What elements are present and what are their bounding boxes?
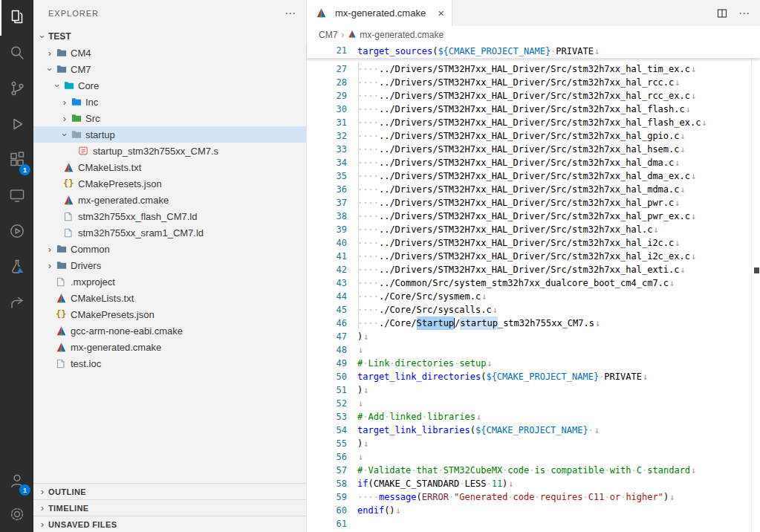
- tree-item-inc[interactable]: ›Inc: [33, 94, 306, 110]
- activity-accounts-button[interactable]: 1: [0, 465, 33, 499]
- activity-extensions-button[interactable]: 1: [0, 143, 33, 178]
- breadcrumb-item-mx-generated-cmake[interactable]: mx-generated.cmake: [348, 30, 444, 41]
- code-line-56[interactable]: 56↓: [307, 450, 760, 464]
- chevron-icon[interactable]: ›: [44, 48, 56, 59]
- tree-item-core[interactable]: ›Core: [33, 77, 306, 94]
- tree-item-mx-generated-cmake[interactable]: mx-generated.cmake: [33, 192, 306, 208]
- activity-explorer-button[interactable]: [0, 0, 33, 36]
- tree-item-cmakepresets-json[interactable]: {}CMakePresets.json: [33, 175, 306, 192]
- code-line-42[interactable]: 42····../Drivers/STM32H7xx_HAL_Driver/Sr…: [307, 263, 760, 276]
- code-line-37[interactable]: 37····../Drivers/STM32H7xx_HAL_Driver/Sr…: [307, 196, 760, 210]
- code-line-44[interactable]: 44····./Core/Src/sysmem.c↓: [307, 290, 760, 303]
- explorer-more-actions-button[interactable]: ⋯: [285, 7, 296, 19]
- chevron-icon[interactable]: ›: [59, 97, 71, 108]
- tree-item-cmakepresets-json[interactable]: {}CMakePresets.json: [33, 306, 306, 322]
- tree-item-stm32h755xx-sram1-cm7-ld[interactable]: stm32h755xx_sram1_CM7.ld: [33, 224, 306, 241]
- chevron-icon[interactable]: ›: [37, 30, 48, 42]
- code-line-38[interactable]: 38····../Drivers/STM32H7xx_HAL_Driver/Sr…: [307, 210, 760, 223]
- chevron-icon[interactable]: ›: [44, 244, 56, 255]
- code-token: ····../Drivers/STM32H7xx_HAL_Driver/Src/…: [357, 250, 690, 263]
- code-line-text: #·Link·directories·setup↓: [347, 357, 493, 370]
- tree-item-gcc-arm-none-eabi-cmake[interactable]: gcc-arm-none-eabi.cmake: [33, 322, 306, 339]
- code-line-29[interactable]: 29····../Drivers/STM32H7xx_HAL_Driver/Sr…: [307, 89, 760, 103]
- code-line-30[interactable]: 30····../Drivers/STM32H7xx_HAL_Driver/Sr…: [307, 103, 760, 116]
- code-line-60[interactable]: 60endif()↓: [307, 504, 760, 517]
- section-unsaved-files[interactable]: ›UNSAVED FILES: [33, 516, 306, 532]
- code-line-text: ····message(ERROR·"Generated·code·requir…: [347, 490, 675, 504]
- code-line-57[interactable]: 57#·Validate·that·STM32CubeMX·code·is·co…: [307, 464, 760, 477]
- tree-item-stm32h755xx-flash-cm7-ld[interactable]: stm32h755xx_flash_CM7.ld: [33, 208, 306, 224]
- section-outline[interactable]: ›OUTLINE: [33, 483, 306, 499]
- tree-item-test[interactable]: ›TEST: [33, 28, 306, 45]
- code-line-28[interactable]: 28····../Drivers/STM32H7xx_HAL_Driver/Sr…: [307, 76, 760, 89]
- activity-search-button[interactable]: [0, 36, 33, 71]
- code-line-36[interactable]: 36····../Drivers/STM32H7xx_HAL_Driver/Sr…: [307, 183, 760, 196]
- eol-mark: ↓: [674, 76, 680, 89]
- tree-item-cm4[interactable]: ›CM4: [33, 45, 306, 61]
- chevron-icon[interactable]: ›: [44, 260, 56, 271]
- code-line-34[interactable]: 34····../Drivers/STM32H7xx_HAL_Driver/Sr…: [307, 156, 760, 169]
- eol-mark: ↓: [680, 129, 686, 143]
- code-line-43[interactable]: 43····../Common/Src/system_stm32h7xx_dua…: [307, 276, 760, 290]
- tree-item-src[interactable]: ›Src: [33, 110, 306, 126]
- code-line-49[interactable]: 49#·Link·directories·setup↓: [307, 357, 760, 370]
- breadcrumb-item-cm7[interactable]: CM7: [319, 30, 337, 40]
- activity-source-control-button[interactable]: [0, 71, 33, 107]
- code-line-55[interactable]: 55)↓: [307, 437, 760, 450]
- tree-item-startup-stm32h755xx-cm7-s[interactable]: startup_stm32h755xx_CM7.s: [33, 143, 306, 159]
- code-line-33[interactable]: 33····../Drivers/STM32H7xx_HAL_Driver/Sr…: [307, 143, 760, 156]
- line-number: 58: [307, 477, 347, 490]
- split-editor-icon[interactable]: [716, 7, 728, 19]
- tree-item-cm7[interactable]: ›CM7: [33, 61, 306, 77]
- sticky-scroll-line[interactable]: 21target_sources(${CMAKE_PROJECT_NAME}·P…: [307, 44, 760, 58]
- editor-more-actions-icon[interactable]: ⋯: [738, 7, 750, 19]
- section-timeline[interactable]: ›TIMELINE: [33, 499, 306, 516]
- code-line-58[interactable]: 58if(CMAKE_C_STANDARD·LESS·11)↓: [307, 477, 760, 490]
- code-line-47[interactable]: 47)↓: [307, 330, 760, 343]
- code-line-52[interactable]: 52↓: [307, 397, 760, 410]
- chevron-icon[interactable]: ›: [59, 129, 71, 140]
- activity-share-button[interactable]: [0, 285, 33, 321]
- code-line-text: target_sources(${CMAKE_PROJECT_NAME}·PRI…: [347, 44, 600, 58]
- code-line-51[interactable]: 51)↓: [307, 383, 760, 397]
- code-line-31[interactable]: 31····../Drivers/STM32H7xx_HAL_Driver/Sr…: [307, 116, 760, 129]
- tree-item-drivers[interactable]: ›Drivers: [33, 257, 306, 273]
- activity-run-circle-button[interactable]: [0, 214, 33, 250]
- scrollbar-track[interactable]: [751, 44, 752, 532]
- code-line-41[interactable]: 41····../Drivers/STM32H7xx_HAL_Driver/Sr…: [307, 250, 760, 263]
- code-line-50[interactable]: 50target_link_directories(${CMAKE_PROJEC…: [307, 370, 760, 383]
- close-icon[interactable]: ×: [438, 7, 444, 19]
- tree-item-test-ioc[interactable]: test.ioc: [33, 355, 306, 372]
- code-line-54[interactable]: 54target_link_libraries(${CMAKE_PROJECT_…: [307, 424, 760, 437]
- code-line-text: ····../Common/Src/system_stm32h7xx_dualc…: [347, 276, 675, 290]
- activity-testing-button[interactable]: [0, 250, 33, 285]
- tree-item-mx-generated-cmake[interactable]: mx-generated.cmake: [33, 339, 306, 355]
- line-number: 21: [307, 44, 347, 58]
- tree-item-cmakelists-txt[interactable]: CMakeLists.txt: [33, 290, 306, 306]
- code-line-59[interactable]: 59····message(ERROR·"Generated·code·requ…: [307, 490, 760, 504]
- activity-remote-explorer-button[interactable]: [0, 178, 33, 214]
- code-line-40[interactable]: 40····../Drivers/STM32H7xx_HAL_Driver/Sr…: [307, 236, 760, 250]
- code-line-39[interactable]: 39····../Drivers/STM32H7xx_HAL_Driver/Sr…: [307, 223, 760, 236]
- tree-item-startup[interactable]: ›startup: [33, 126, 306, 143]
- code-line-text: ····../Drivers/STM32H7xx_HAL_Driver/Src/…: [347, 223, 659, 236]
- code-line-46[interactable]: 46····./Core/Startup/startup_stm32h755xx…: [307, 317, 760, 330]
- tree-item-common[interactable]: ›Common: [33, 241, 306, 257]
- tree-item-mxproject[interactable]: .mxproject: [33, 273, 306, 290]
- tree-item-cmakelists-txt[interactable]: CMakeLists.txt: [33, 159, 306, 175]
- chevron-icon[interactable]: ›: [52, 80, 63, 91]
- chevron-icon[interactable]: ›: [59, 113, 71, 124]
- code-line-32[interactable]: 32····../Drivers/STM32H7xx_HAL_Driver/Sr…: [307, 129, 760, 143]
- code-line-45[interactable]: 45····./Core/Src/syscalls.c↓: [307, 303, 760, 317]
- chevron-icon[interactable]: ›: [45, 63, 56, 75]
- code-line-48[interactable]: 48↓: [307, 343, 760, 357]
- tab-mx-generated-cmake[interactable]: mx-generated.cmake ×: [307, 0, 452, 26]
- code-line-61[interactable]: 61: [307, 517, 760, 531]
- activity-run-debug-button[interactable]: [0, 107, 33, 143]
- code-line-53[interactable]: 53#·Add·linked·libraries↓: [307, 410, 760, 424]
- code-line-27[interactable]: 27····../Drivers/STM32H7xx_HAL_Driver/Sr…: [307, 62, 760, 76]
- tree-item-label: Core: [78, 80, 99, 91]
- folder-icon: [56, 48, 71, 58]
- activity-settings-button[interactable]: [0, 499, 33, 532]
- code-line-35[interactable]: 35····../Drivers/STM32H7xx_HAL_Driver/Sr…: [307, 169, 760, 183]
